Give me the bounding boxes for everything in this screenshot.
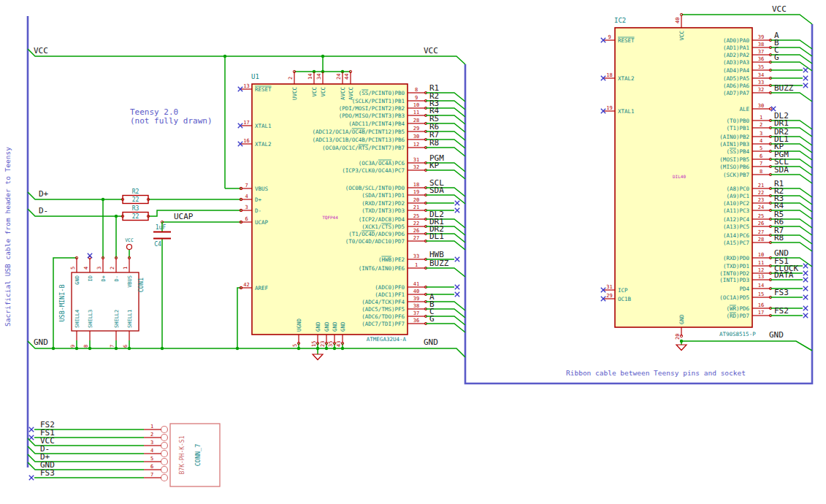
net-label: UCAP [174,212,194,221]
net-label: FS3 [774,288,789,297]
pin-number: 32 [413,164,419,170]
pin-name: AVCC [348,87,354,100]
pin-name: (SS)PB4 [726,148,749,155]
pin-number: 32 [758,87,764,93]
pin-name: (T0)PB0 [726,118,749,124]
package-name: TQFP44 [322,215,338,220]
component-value: ATMEGA32U4-A [367,336,407,343]
pin-number: 29 [413,126,419,131]
pin-number: 27 [758,229,764,235]
pin-number: 5 [150,456,153,462]
pin-name: GND [332,321,338,332]
pin-circle [161,427,168,433]
pin-number: 1 [123,267,129,270]
pin-number: 44 [344,74,350,80]
pin-name: (XCK1/CTS)PD5 [362,224,405,230]
pin-number: 35 [758,64,764,70]
pin-circle [161,467,168,473]
net-label: GND [424,337,438,347]
pin-name: (MISO)PB6 [719,164,749,170]
net-label: DATA [774,270,794,280]
pin-number: 40 [675,18,681,23]
pin-name: (ADC12/OC1A/OC4B/PCINT12)PB5 [313,129,405,135]
wire [28,341,465,357]
pin-name: ICP [618,287,628,294]
pin-name: (INT1)PD3 [719,277,749,283]
pin-number: 14 [307,74,313,80]
pin-number: 27 [413,235,419,241]
pin-number: 3 [96,267,102,270]
pin-name: AVCC [340,87,346,100]
net-label: KP [429,161,440,170]
pin-number: 7 [110,345,115,348]
pin-number: 4 [760,138,762,144]
reference-designator: CONN_7 [194,444,202,467]
junction-dot [223,55,226,58]
net-label: SDA [429,186,444,195]
pin-name: (AD2)PA2 [723,52,749,58]
pin-name: XTAL2 [255,141,272,148]
wire [237,288,241,348]
pin-number: 26 [758,221,764,226]
pin-name: (A9)PC1 [726,193,749,199]
pin-number: 10 [413,102,419,108]
pin-name: VCC [320,87,326,97]
pin-number: 22 [758,190,764,196]
pin-number: 8 [760,169,762,175]
pin-number: 34 [316,74,322,80]
pin-number: 9 [608,34,611,40]
pin-number: 5 [292,344,298,347]
wire [28,49,465,64]
pin-name: (INT6/AIN0)PE6 [359,265,405,272]
pin-number: 14 [758,283,764,289]
pin-number: 6 [123,345,129,348]
ground-symbol [313,354,323,360]
pin-circle [161,443,168,449]
pin-name: GND [324,321,330,332]
pin-name: GND [340,321,346,332]
schematic-sheet: U1RESET13XTAL117XTAL216VBUS7D+4D-3UCAP6A… [0,0,826,504]
pin-number: 19 [606,105,612,111]
pin-number: 35 [328,341,334,347]
wire [426,324,465,332]
pin-name: (OC0A/OC1C/RTS/PCINT7)PB7 [322,145,405,151]
component-value: 1uF [156,224,167,231]
pin-name: (ADC11/PCINT4)PB4 [348,121,405,127]
pin-name: GND [74,275,80,285]
net-label: GND [34,337,48,347]
pin-number: 39 [413,296,419,302]
pin-name: (TXD)PD1 [723,263,749,270]
wire [770,93,812,102]
pin-name: D+ [101,275,107,281]
net-label: R8 [429,138,439,148]
pin-number: 4 [83,267,89,270]
pin-number: 20 [675,334,681,340]
pin-circle [161,475,168,481]
pin-number: 3 [245,205,248,210]
pin-number: 2 [288,77,294,80]
pin-number: 28 [758,237,764,243]
pin-name: SHELL4 [74,310,80,328]
net-label: VCC [34,46,48,56]
net-label: DL1 [429,232,444,241]
pin-number: 4 [245,194,248,199]
reference-designator: U1 [251,73,259,80]
net-label: R8 [774,233,784,243]
net-label: GND [769,330,784,340]
pin-number: 10 [758,252,764,258]
pin-number: 24 [758,205,764,210]
pin-number: 11 [413,110,419,115]
reference-designator: R2 [132,188,139,195]
pin-name: (OC1A)PD5 [719,294,749,301]
pin-number: 34 [758,72,764,78]
pin-number: 7 [245,183,248,188]
pin-number: 23 [320,341,326,347]
reference-designator: C4 [154,241,161,248]
pin-number: 21 [413,205,419,210]
pin-name: (T1)PB1 [726,125,749,131]
pin-circle [161,451,168,457]
pin-name: XTAL1 [255,123,272,129]
pin-name: (AD6)PA6 [723,83,750,89]
pin-name: RESET [618,37,635,44]
wire [681,341,812,351]
